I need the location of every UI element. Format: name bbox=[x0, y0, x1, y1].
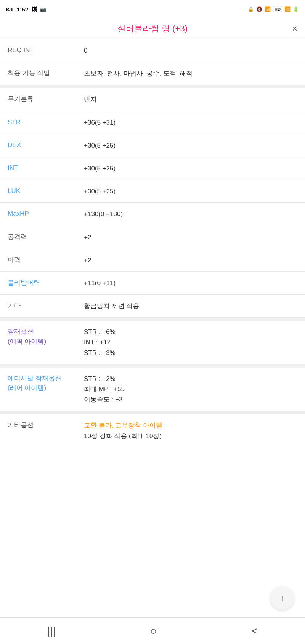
luk-label: LUK bbox=[8, 186, 84, 196]
maxhp-label: MaxHP bbox=[8, 209, 84, 219]
etc-value: 황금망치 제련 적용 bbox=[84, 301, 297, 311]
weapon-type-label: 무기분류 bbox=[8, 94, 84, 104]
req-int-value: 0 bbox=[84, 45, 297, 56]
weapon-type-value: 반지 bbox=[84, 94, 297, 104]
luk-value: +30(5 +25) bbox=[84, 186, 297, 196]
etc-label: 기타 bbox=[8, 301, 84, 311]
mute-icon: 🔇 bbox=[256, 6, 262, 12]
dex-row: DEX +30(5 +25) bbox=[0, 134, 305, 157]
divider-4 bbox=[0, 411, 305, 414]
time-label: 1:52 bbox=[17, 6, 28, 13]
potential-row: 잠재옵션 (에픽 아이템) STR : +6% INT : +12 STR : … bbox=[0, 321, 305, 365]
attack-label: 공격력 bbox=[8, 232, 84, 242]
divider-3 bbox=[0, 365, 305, 368]
potential-label: 잠재옵션 (에픽 아이템) bbox=[8, 327, 84, 346]
status-bar: KT 1:52 🖼 📷 🔒 🔇 📶 HD 📶 🔋 bbox=[0, 0, 305, 18]
magic-row: 마력 +2 bbox=[0, 249, 305, 272]
int-label: INT bbox=[8, 163, 84, 173]
magic-value: +2 bbox=[84, 255, 297, 265]
nav-prev-button[interactable]: < bbox=[251, 625, 257, 637]
dex-value: +30(5 +25) bbox=[84, 140, 297, 151]
dex-label: DEX bbox=[8, 140, 84, 150]
other-options-label: 기타옵션 bbox=[8, 420, 84, 430]
additional-potential-label: 에디셔널 잠재옵션 (레어 아이템) bbox=[8, 374, 84, 393]
signal-icon: 📶 bbox=[284, 6, 291, 12]
potential-value: STR : +6% INT : +12 STR : +3% bbox=[84, 327, 297, 358]
attack-value: +2 bbox=[84, 232, 297, 243]
additional-potential-value: STR : +2% 최대 MP : +55 이동속도 : +3 bbox=[84, 374, 297, 405]
carrier-label: KT bbox=[6, 6, 14, 13]
etc-row: 기타 황금망치 제련 적용 bbox=[0, 295, 305, 318]
scroll-top-button[interactable]: ↑ bbox=[271, 587, 294, 610]
str-label: STR bbox=[8, 117, 84, 127]
defense-row: 물리방어력 +11(0 +11) bbox=[0, 272, 305, 295]
int-value: +30(5 +25) bbox=[84, 163, 297, 173]
weapon-type-row: 무기분류 반지 bbox=[0, 88, 305, 111]
hd-badge: HD bbox=[273, 6, 282, 12]
other-options-row: 기타옵션 교환 불가, 고유장착 아이템 10성 강화 적용 (최대 10성) bbox=[0, 414, 305, 472]
defense-label: 물리방어력 bbox=[8, 278, 84, 288]
luk-row: LUK +30(5 +25) bbox=[0, 180, 305, 203]
str-row: STR +36(5 +31) bbox=[0, 111, 305, 134]
str-value: +36(5 +31) bbox=[84, 117, 297, 128]
attack-row: 공격력 +2 bbox=[0, 226, 305, 249]
camera-icon: 📷 bbox=[40, 6, 46, 12]
maxhp-row: MaxHP +130(0 +130) bbox=[0, 203, 305, 226]
battery-icon: 🔋 bbox=[293, 6, 299, 12]
divider-2 bbox=[0, 318, 305, 321]
job-row: 착용 가능 직업 초보자, 전사, 마법사, 궁수, 도적, 해적 bbox=[0, 62, 305, 85]
status-right: 🔒 🔇 📶 HD 📶 🔋 bbox=[248, 6, 299, 12]
lock-icon: 🔒 bbox=[248, 6, 254, 12]
req-int-row: REQ INT 0 bbox=[0, 39, 305, 62]
divider-1 bbox=[0, 85, 305, 88]
job-value: 초보자, 전사, 마법사, 궁수, 도적, 해적 bbox=[84, 68, 297, 79]
content-area: REQ INT 0 착용 가능 직업 초보자, 전사, 마법사, 궁수, 도적,… bbox=[0, 39, 305, 472]
other-options-line2: 10성 강화 적용 (최대 10성) bbox=[84, 431, 297, 441]
additional-potential-row: 에디셔널 잠재옵션 (레어 아이템) STR : +2% 최대 MP : +55… bbox=[0, 368, 305, 411]
status-left: KT 1:52 🖼 📷 bbox=[6, 6, 46, 13]
req-int-label: REQ INT bbox=[8, 45, 84, 55]
close-button[interactable]: × bbox=[292, 23, 297, 34]
int-row: INT +30(5 +25) bbox=[0, 157, 305, 180]
nav-back-button[interactable]: ||| bbox=[47, 625, 56, 637]
item-title: 실버블라썸 링 (+3) bbox=[117, 23, 188, 34]
other-options-value: 교환 불가, 고유장착 아이템 10성 강화 적용 (최대 10성) bbox=[84, 420, 297, 441]
maxhp-value: +130(0 +130) bbox=[84, 209, 297, 219]
photo-icon: 🖼 bbox=[31, 6, 37, 13]
nav-home-button[interactable]: ○ bbox=[150, 625, 157, 637]
magic-label: 마력 bbox=[8, 255, 84, 265]
other-options-line1: 교환 불가, 고유장착 아이템 bbox=[84, 420, 297, 430]
job-label: 착용 가능 직업 bbox=[8, 68, 84, 78]
header: 실버블라썸 링 (+3) × bbox=[0, 18, 305, 39]
bottom-nav: ||| ○ < bbox=[0, 617, 305, 644]
wifi-icon: 📶 bbox=[265, 6, 271, 12]
defense-value: +11(0 +11) bbox=[84, 278, 297, 288]
